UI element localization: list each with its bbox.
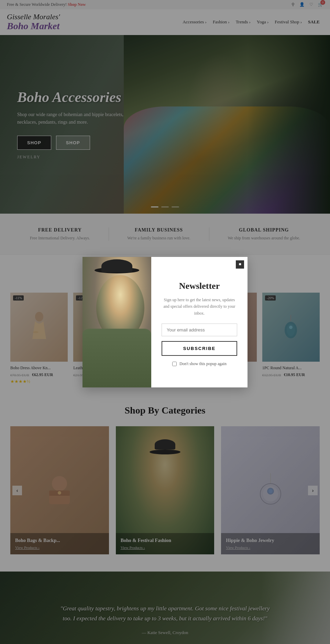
newsletter-no-show-label: Don't show this popup again xyxy=(179,361,227,366)
newsletter-person-image xyxy=(82,257,151,387)
newsletter-description: Sign up here to get the latest news, upd… xyxy=(162,297,237,317)
newsletter-content: Newsletter Sign up here to get the lates… xyxy=(151,257,248,387)
newsletter-image xyxy=(82,257,151,387)
newsletter-title: Newsletter xyxy=(179,281,220,291)
newsletter-subscribe-button[interactable]: SUBSCRIBE xyxy=(162,341,237,356)
newsletter-overlay: Newsletter Sign up here to get the lates… xyxy=(0,0,330,644)
newsletter-no-show-checkbox[interactable] xyxy=(172,362,177,366)
newsletter-email-input[interactable] xyxy=(162,324,237,336)
newsletter-checkbox-row: Don't show this popup again xyxy=(172,361,227,366)
newsletter-popup: Newsletter Sign up here to get the lates… xyxy=(82,257,248,387)
newsletter-close-button[interactable]: ■ xyxy=(236,260,244,269)
